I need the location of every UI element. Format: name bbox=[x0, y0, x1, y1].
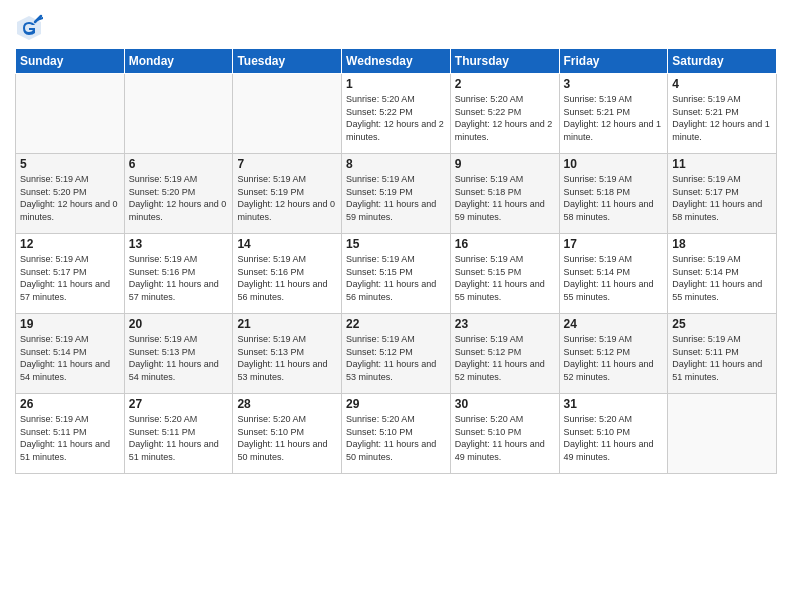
calendar-cell: 22Sunrise: 5:19 AM Sunset: 5:12 PM Dayli… bbox=[342, 314, 451, 394]
day-info: Sunrise: 5:19 AM Sunset: 5:13 PM Dayligh… bbox=[237, 333, 337, 383]
day-number: 2 bbox=[455, 77, 555, 91]
day-info: Sunrise: 5:19 AM Sunset: 5:12 PM Dayligh… bbox=[455, 333, 555, 383]
day-number: 5 bbox=[20, 157, 120, 171]
day-number: 27 bbox=[129, 397, 229, 411]
weekday-monday: Monday bbox=[124, 49, 233, 74]
day-number: 24 bbox=[564, 317, 664, 331]
day-number: 23 bbox=[455, 317, 555, 331]
day-number: 3 bbox=[564, 77, 664, 91]
calendar-cell: 10Sunrise: 5:19 AM Sunset: 5:18 PM Dayli… bbox=[559, 154, 668, 234]
calendar-table: SundayMondayTuesdayWednesdayThursdayFrid… bbox=[15, 48, 777, 474]
calendar-week-3: 12Sunrise: 5:19 AM Sunset: 5:17 PM Dayli… bbox=[16, 234, 777, 314]
day-info: Sunrise: 5:19 AM Sunset: 5:21 PM Dayligh… bbox=[672, 93, 772, 143]
calendar-week-1: 1Sunrise: 5:20 AM Sunset: 5:22 PM Daylig… bbox=[16, 74, 777, 154]
day-number: 28 bbox=[237, 397, 337, 411]
weekday-header-row: SundayMondayTuesdayWednesdayThursdayFrid… bbox=[16, 49, 777, 74]
day-number: 26 bbox=[20, 397, 120, 411]
day-number: 13 bbox=[129, 237, 229, 251]
weekday-tuesday: Tuesday bbox=[233, 49, 342, 74]
calendar-cell: 8Sunrise: 5:19 AM Sunset: 5:19 PM Daylig… bbox=[342, 154, 451, 234]
calendar-cell: 27Sunrise: 5:20 AM Sunset: 5:11 PM Dayli… bbox=[124, 394, 233, 474]
day-number: 12 bbox=[20, 237, 120, 251]
day-info: Sunrise: 5:19 AM Sunset: 5:18 PM Dayligh… bbox=[455, 173, 555, 223]
day-info: Sunrise: 5:20 AM Sunset: 5:10 PM Dayligh… bbox=[455, 413, 555, 463]
day-info: Sunrise: 5:19 AM Sunset: 5:13 PM Dayligh… bbox=[129, 333, 229, 383]
day-number: 31 bbox=[564, 397, 664, 411]
calendar-cell: 14Sunrise: 5:19 AM Sunset: 5:16 PM Dayli… bbox=[233, 234, 342, 314]
day-info: Sunrise: 5:19 AM Sunset: 5:17 PM Dayligh… bbox=[20, 253, 120, 303]
day-info: Sunrise: 5:19 AM Sunset: 5:15 PM Dayligh… bbox=[346, 253, 446, 303]
calendar-cell: 5Sunrise: 5:19 AM Sunset: 5:20 PM Daylig… bbox=[16, 154, 125, 234]
day-info: Sunrise: 5:20 AM Sunset: 5:10 PM Dayligh… bbox=[564, 413, 664, 463]
day-number: 11 bbox=[672, 157, 772, 171]
day-info: Sunrise: 5:19 AM Sunset: 5:16 PM Dayligh… bbox=[129, 253, 229, 303]
logo bbox=[15, 14, 45, 42]
calendar-cell bbox=[233, 74, 342, 154]
day-number: 8 bbox=[346, 157, 446, 171]
day-info: Sunrise: 5:19 AM Sunset: 5:20 PM Dayligh… bbox=[20, 173, 120, 223]
day-number: 19 bbox=[20, 317, 120, 331]
day-number: 30 bbox=[455, 397, 555, 411]
calendar-cell: 31Sunrise: 5:20 AM Sunset: 5:10 PM Dayli… bbox=[559, 394, 668, 474]
day-number: 17 bbox=[564, 237, 664, 251]
calendar-cell: 12Sunrise: 5:19 AM Sunset: 5:17 PM Dayli… bbox=[16, 234, 125, 314]
calendar-cell: 7Sunrise: 5:19 AM Sunset: 5:19 PM Daylig… bbox=[233, 154, 342, 234]
calendar-cell: 15Sunrise: 5:19 AM Sunset: 5:15 PM Dayli… bbox=[342, 234, 451, 314]
day-info: Sunrise: 5:19 AM Sunset: 5:12 PM Dayligh… bbox=[346, 333, 446, 383]
day-number: 20 bbox=[129, 317, 229, 331]
day-number: 4 bbox=[672, 77, 772, 91]
calendar-cell: 29Sunrise: 5:20 AM Sunset: 5:10 PM Dayli… bbox=[342, 394, 451, 474]
day-info: Sunrise: 5:19 AM Sunset: 5:11 PM Dayligh… bbox=[20, 413, 120, 463]
page-container: SundayMondayTuesdayWednesdayThursdayFrid… bbox=[0, 0, 792, 484]
calendar-cell: 16Sunrise: 5:19 AM Sunset: 5:15 PM Dayli… bbox=[450, 234, 559, 314]
weekday-thursday: Thursday bbox=[450, 49, 559, 74]
day-number: 29 bbox=[346, 397, 446, 411]
day-number: 18 bbox=[672, 237, 772, 251]
day-number: 14 bbox=[237, 237, 337, 251]
day-number: 16 bbox=[455, 237, 555, 251]
logo-icon bbox=[15, 14, 43, 42]
calendar-cell: 13Sunrise: 5:19 AM Sunset: 5:16 PM Dayli… bbox=[124, 234, 233, 314]
weekday-wednesday: Wednesday bbox=[342, 49, 451, 74]
day-info: Sunrise: 5:19 AM Sunset: 5:18 PM Dayligh… bbox=[564, 173, 664, 223]
calendar-cell: 6Sunrise: 5:19 AM Sunset: 5:20 PM Daylig… bbox=[124, 154, 233, 234]
day-number: 7 bbox=[237, 157, 337, 171]
day-info: Sunrise: 5:19 AM Sunset: 5:14 PM Dayligh… bbox=[20, 333, 120, 383]
calendar-cell: 23Sunrise: 5:19 AM Sunset: 5:12 PM Dayli… bbox=[450, 314, 559, 394]
calendar-cell: 4Sunrise: 5:19 AM Sunset: 5:21 PM Daylig… bbox=[668, 74, 777, 154]
calendar-cell bbox=[16, 74, 125, 154]
day-info: Sunrise: 5:19 AM Sunset: 5:11 PM Dayligh… bbox=[672, 333, 772, 383]
calendar-cell: 2Sunrise: 5:20 AM Sunset: 5:22 PM Daylig… bbox=[450, 74, 559, 154]
calendar-cell bbox=[668, 394, 777, 474]
calendar-cell: 30Sunrise: 5:20 AM Sunset: 5:10 PM Dayli… bbox=[450, 394, 559, 474]
day-info: Sunrise: 5:20 AM Sunset: 5:22 PM Dayligh… bbox=[455, 93, 555, 143]
calendar-cell: 18Sunrise: 5:19 AM Sunset: 5:14 PM Dayli… bbox=[668, 234, 777, 314]
calendar-cell: 28Sunrise: 5:20 AM Sunset: 5:10 PM Dayli… bbox=[233, 394, 342, 474]
day-info: Sunrise: 5:19 AM Sunset: 5:19 PM Dayligh… bbox=[237, 173, 337, 223]
day-info: Sunrise: 5:19 AM Sunset: 5:14 PM Dayligh… bbox=[564, 253, 664, 303]
calendar-week-4: 19Sunrise: 5:19 AM Sunset: 5:14 PM Dayli… bbox=[16, 314, 777, 394]
calendar-cell: 21Sunrise: 5:19 AM Sunset: 5:13 PM Dayli… bbox=[233, 314, 342, 394]
day-number: 25 bbox=[672, 317, 772, 331]
calendar-week-5: 26Sunrise: 5:19 AM Sunset: 5:11 PM Dayli… bbox=[16, 394, 777, 474]
day-info: Sunrise: 5:19 AM Sunset: 5:14 PM Dayligh… bbox=[672, 253, 772, 303]
day-info: Sunrise: 5:20 AM Sunset: 5:11 PM Dayligh… bbox=[129, 413, 229, 463]
day-number: 10 bbox=[564, 157, 664, 171]
calendar-cell: 20Sunrise: 5:19 AM Sunset: 5:13 PM Dayli… bbox=[124, 314, 233, 394]
calendar-cell: 1Sunrise: 5:20 AM Sunset: 5:22 PM Daylig… bbox=[342, 74, 451, 154]
day-info: Sunrise: 5:19 AM Sunset: 5:16 PM Dayligh… bbox=[237, 253, 337, 303]
day-info: Sunrise: 5:20 AM Sunset: 5:10 PM Dayligh… bbox=[346, 413, 446, 463]
calendar-week-2: 5Sunrise: 5:19 AM Sunset: 5:20 PM Daylig… bbox=[16, 154, 777, 234]
day-info: Sunrise: 5:19 AM Sunset: 5:12 PM Dayligh… bbox=[564, 333, 664, 383]
day-number: 6 bbox=[129, 157, 229, 171]
calendar-cell: 25Sunrise: 5:19 AM Sunset: 5:11 PM Dayli… bbox=[668, 314, 777, 394]
calendar-cell bbox=[124, 74, 233, 154]
day-info: Sunrise: 5:19 AM Sunset: 5:17 PM Dayligh… bbox=[672, 173, 772, 223]
calendar-cell: 3Sunrise: 5:19 AM Sunset: 5:21 PM Daylig… bbox=[559, 74, 668, 154]
day-number: 9 bbox=[455, 157, 555, 171]
day-info: Sunrise: 5:20 AM Sunset: 5:22 PM Dayligh… bbox=[346, 93, 446, 143]
day-info: Sunrise: 5:19 AM Sunset: 5:20 PM Dayligh… bbox=[129, 173, 229, 223]
calendar-cell: 26Sunrise: 5:19 AM Sunset: 5:11 PM Dayli… bbox=[16, 394, 125, 474]
day-number: 15 bbox=[346, 237, 446, 251]
day-number: 22 bbox=[346, 317, 446, 331]
